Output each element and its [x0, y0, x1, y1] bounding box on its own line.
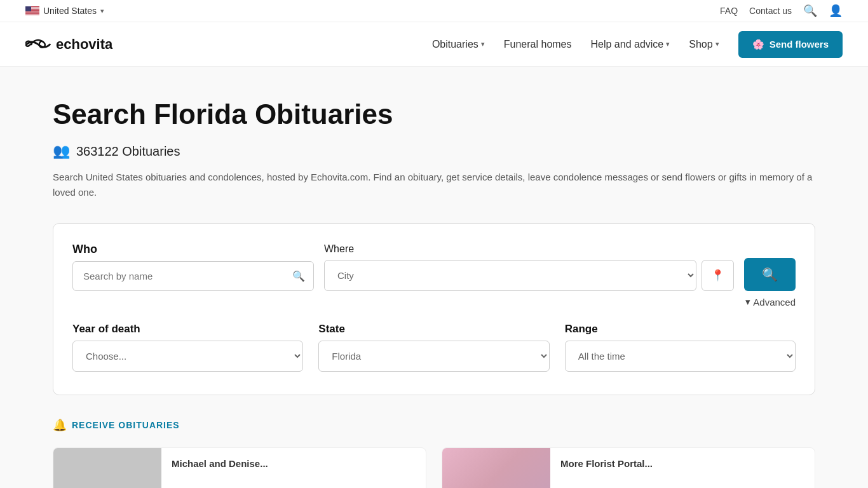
location-button[interactable]: 📍	[702, 260, 734, 291]
navbar: echovita Obituaries ▾ Funeral homes Help…	[0, 22, 868, 67]
svg-rect-10	[25, 13, 39, 14]
svg-rect-9	[25, 13, 39, 13]
svg-rect-11	[25, 14, 39, 15]
year-select[interactable]: Choose... 2024 2023 2022 2021 2020	[72, 341, 303, 372]
receive-label: RECEIVE OBITUARIES	[72, 420, 180, 430]
logo-text: echovita	[56, 36, 112, 53]
top-bar-right: FAQ Contact us 🔍 👤	[720, 4, 843, 18]
chevron-down-icon: ▾	[481, 40, 485, 48]
obituaries-count: 👥 363122 Obituaries	[53, 143, 815, 159]
svg-rect-7	[25, 11, 39, 12]
state-filter-group: State Florida Alabama Alaska Arizona Cal…	[318, 323, 549, 372]
page-title: Search Florida Obituaries	[53, 98, 815, 130]
nav-help-advice[interactable]: Help and advice ▾	[591, 39, 670, 50]
search-icon-btn[interactable]: 🔍	[803, 4, 817, 18]
us-flag-icon	[25, 6, 39, 15]
where-group: Where City 📍	[324, 243, 734, 291]
chevron-down-icon: ▾	[666, 40, 670, 48]
range-filter-group: Range All the time Last week Last month …	[565, 323, 796, 372]
card-flowers-image	[442, 448, 550, 488]
search-icon: 🔍	[292, 270, 305, 282]
nav-funeral-homes[interactable]: Funeral homes	[504, 39, 572, 50]
country-selector[interactable]: United States ▾	[25, 6, 104, 16]
svg-rect-8	[25, 12, 39, 13]
search-row: Who 🔍 Where City 📍	[72, 243, 796, 291]
advanced-filters: Year of death Choose... 2024 2023 2022 2…	[72, 323, 796, 372]
chevron-down-icon: ▾	[715, 40, 719, 48]
bell-icon: 🔔	[53, 418, 67, 432]
contact-link[interactable]: Contact us	[749, 6, 792, 16]
account-icon: 👤	[829, 4, 843, 18]
who-group: Who 🔍	[72, 243, 314, 291]
flowers-icon: 🌸	[752, 39, 764, 50]
chevron-down-icon: ▾	[100, 7, 104, 15]
top-bar: United States ▾ FAQ Contact us 🔍 👤	[0, 0, 868, 22]
cards-row: Michael and Denise... More Florist Porta…	[53, 447, 815, 488]
account-icon-btn[interactable]: 👤	[829, 4, 843, 18]
nav-shop[interactable]: Shop ▾	[689, 39, 719, 50]
card-person[interactable]: Michael and Denise...	[53, 447, 426, 488]
state-select[interactable]: Florida Alabama Alaska Arizona Californi…	[318, 341, 549, 372]
who-label: Who	[72, 243, 314, 256]
advanced-link[interactable]: ▾ Advanced	[745, 296, 796, 308]
location-icon: 📍	[711, 269, 724, 282]
card-flowers-content: More Florist Portal...	[550, 448, 815, 488]
year-label: Year of death	[72, 323, 303, 336]
state-label: State	[318, 323, 549, 336]
search-icon: 🔍	[803, 4, 817, 18]
nav-links: Obituaries ▾ Funeral homes Help and advi…	[432, 31, 843, 58]
svg-rect-12	[25, 15, 39, 15]
search-button[interactable]: 🔍	[744, 258, 796, 291]
name-input-wrap: 🔍	[72, 261, 314, 291]
nav-obituaries[interactable]: Obituaries ▾	[432, 39, 485, 50]
city-select[interactable]: City	[324, 260, 696, 291]
country-label: United States	[43, 6, 97, 16]
name-search-input[interactable]	[72, 261, 314, 291]
search-box: Who 🔍 Where City 📍	[53, 223, 815, 395]
search-magnifier-icon: 🔍	[762, 267, 778, 282]
send-flowers-button[interactable]: 🌸 Send flowers	[738, 31, 843, 58]
faq-link[interactable]: FAQ	[720, 6, 738, 16]
svg-rect-13	[25, 6, 31, 11]
chevron-down-icon: ▾	[745, 296, 750, 308]
receive-section[interactable]: 🔔 RECEIVE OBITUARIES	[53, 418, 815, 432]
logo[interactable]: echovita	[25, 36, 112, 53]
main-content: Search Florida Obituaries 👥 363122 Obitu…	[27, 67, 841, 488]
logo-icon	[25, 37, 51, 52]
people-icon: 👥	[53, 143, 70, 159]
page-description: Search United States obituaries and cond…	[53, 170, 815, 200]
card-flowers-title: More Florist Portal...	[560, 458, 653, 469]
advanced-row: ▾ Advanced	[72, 296, 796, 308]
year-filter-group: Year of death Choose... 2024 2023 2022 2…	[72, 323, 303, 372]
city-row: City 📍	[324, 260, 734, 291]
card-person-content: Michael and Denise...	[161, 448, 426, 488]
range-label: Range	[565, 323, 796, 336]
card-person-image	[53, 448, 161, 488]
range-select[interactable]: All the time Last week Last month Last 3…	[565, 341, 796, 372]
where-label: Where	[324, 243, 734, 255]
card-flowers[interactable]: More Florist Portal...	[442, 447, 815, 488]
card-person-title: Michael and Denise...	[172, 458, 268, 469]
